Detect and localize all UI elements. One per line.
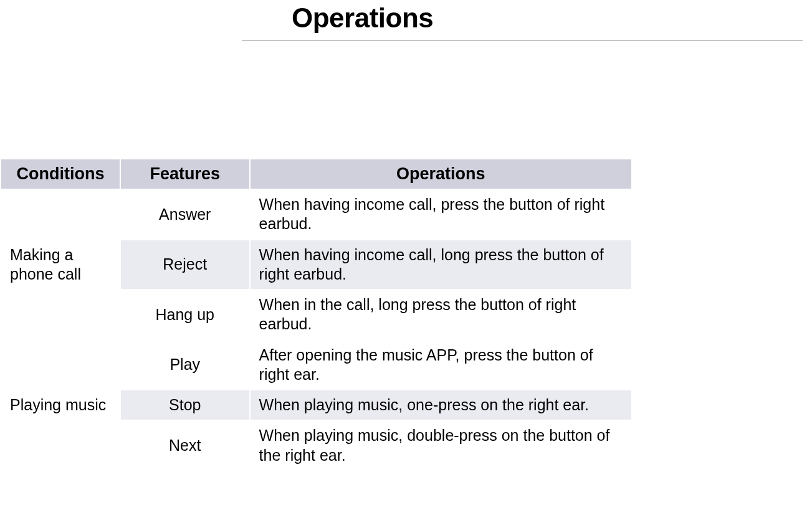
page-title: Operations [242,0,803,40]
feature-cell: Reject [120,240,250,290]
operation-cell: When playing music, double-press on the … [250,420,632,471]
feature-cell: Stop [120,390,250,420]
table-row: Making a phone call Answer When having i… [1,189,632,240]
operations-table: Conditions Features Operations Making a … [0,158,633,471]
operation-cell: When having income call, long press the … [250,240,632,290]
title-divider [242,40,803,40]
table-body: Making a phone call Answer When having i… [1,189,632,471]
feature-cell: Hang up [120,290,250,340]
condition-cell: Playing music [1,340,120,471]
operation-cell: When having income call, press the butto… [250,189,632,240]
operation-cell: When in the call, long press the button … [250,290,632,340]
table-header: Conditions Features Operations [1,159,632,189]
feature-cell: Play [120,340,250,390]
title-block: Operations [242,0,803,40]
condition-cell: Making a phone call [1,189,120,340]
document-page: Operations Conditions Features Operation… [0,0,812,518]
header-features: Features [120,159,250,189]
table-row: Playing music Play After opening the mus… [1,340,632,390]
header-conditions: Conditions [1,159,120,189]
feature-cell: Answer [120,189,250,240]
operation-cell: When playing music, one-press on the rig… [250,390,632,420]
operation-cell: After opening the music APP, press the b… [250,340,632,390]
header-operations: Operations [250,159,632,189]
feature-cell: Next [120,420,250,471]
